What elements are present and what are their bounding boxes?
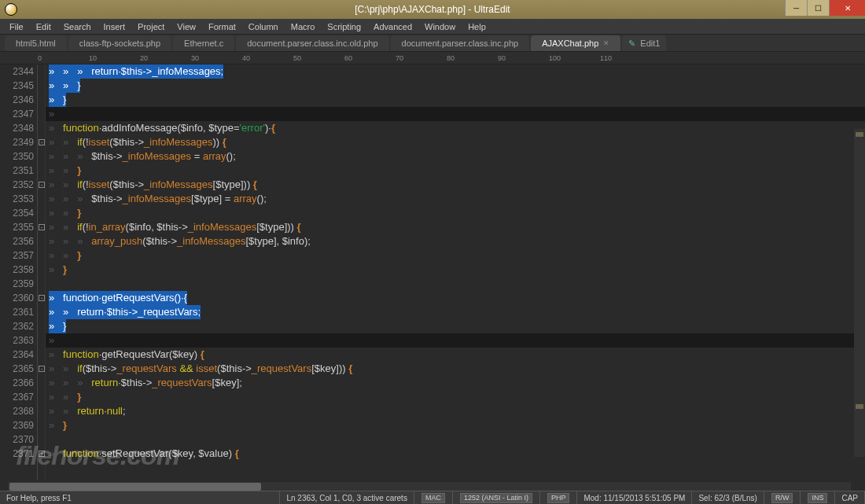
code-line[interactable] [46,432,865,447]
code-line[interactable]: » } [46,93,865,107]
code-line[interactable]: » » » $this->_infoMessages = array(); [46,149,865,164]
code-line[interactable]: » » » $this->_infoMessages[$type] = arra… [46,192,865,206]
code-line[interactable] [46,277,865,291]
code-line[interactable]: » » } [46,164,865,178]
fold-toggle[interactable]: - [39,224,45,230]
code-line[interactable]: » function·addInfoMessage($info, $type='… [46,121,865,135]
fold-toggle[interactable]: - [39,366,45,372]
menu-format[interactable]: Format [202,20,242,33]
close-button[interactable]: ✕ [829,0,865,16]
status-modified: Mod: 11/15/2013 5:51:05 PM [577,491,692,504]
code-line[interactable]: » } [46,418,865,432]
status-lang[interactable]: PHP [540,491,578,504]
menu-scripting[interactable]: Scripting [321,20,367,33]
code-line[interactable]: » » if(!isset($this->_infoMessages)) { [46,135,865,149]
status-codepage[interactable]: 1252 (ANSI - Latin I) [453,491,540,504]
code-line[interactable]: » » } [46,79,865,93]
status-position: Ln 2363, Col 1, C0, 3 active carets [280,491,414,504]
code-line[interactable]: » » return·null; [46,404,865,418]
title-bar: [C:\prj\php\AJAXChat.php] - UltraEdit ─ … [0,0,865,19]
fold-column[interactable]: -----+ [38,64,46,480]
fold-toggle[interactable]: - [39,182,45,188]
code-line[interactable]: » » if($this->_requestVars && isset($thi… [46,362,865,376]
status-cap: CAP [835,491,865,504]
code-line[interactable]: » function·getRequestVars()·{ [46,291,865,305]
status-rw[interactable]: R/W [764,491,801,504]
scrollbar-thumb[interactable] [9,483,261,491]
code-line[interactable]: » } [46,263,865,277]
menu-help[interactable]: Help [462,20,492,33]
tab-new[interactable]: ✎ Edit1 [622,35,666,51]
code-area[interactable]: » » » return·$this->_infoMessages;» » }»… [46,64,865,480]
code-line[interactable]: » » » return·$this->_requestVars[$key]; [46,376,865,390]
minimap-marker [856,132,863,137]
status-ins[interactable]: INS [801,491,835,504]
code-line[interactable]: » » if(!in_array($info, $this->_infoMess… [46,220,865,234]
status-help: For Help, press F1 [0,491,280,504]
menu-advanced[interactable]: Advanced [367,20,418,33]
menu-file[interactable]: File [3,20,30,33]
tab-ajaxchat[interactable]: AJAXChat.php✕ [531,35,620,51]
code-line[interactable]: » [46,333,865,348]
editor[interactable]: 2344234523462347234823492350235123522353… [0,64,865,480]
tab-bar: html5.html class-ftp-sockets.php Etherne… [0,35,865,52]
menu-column[interactable]: Column [242,20,285,33]
window-title: [C:\prj\php\AJAXChat.php] - UltraEdit [355,4,510,15]
code-line[interactable]: » » » return·$this->_infoMessages; [46,64,865,79]
menu-edit[interactable]: Edit [30,20,57,33]
code-line[interactable]: » } [46,319,865,333]
tab-close-icon[interactable]: ✕ [603,39,609,47]
code-line[interactable]: » » } [46,390,865,404]
ruler: 0102030405060708090100110 [0,52,865,64]
menu-bar: File Edit Search Insert Project View For… [0,19,865,35]
line-gutter: 2344234523462347234823492350235123522353… [0,64,38,480]
fold-toggle[interactable]: + [39,451,45,457]
menu-insert[interactable]: Insert [98,20,132,33]
tab-docparser-old[interactable]: document.parser.class.inc.old.php [236,35,388,51]
vertical-scrollbar[interactable] [854,129,865,457]
fold-toggle[interactable]: - [39,139,45,145]
code-line[interactable]: » » » array_push($this->_infoMessages[$t… [46,234,865,248]
tab-class-ftp-sockets[interactable]: class-ftp-sockets.php [68,35,171,51]
menu-macro[interactable]: Macro [285,20,322,33]
minimap-marker [856,404,863,409]
maximize-button[interactable]: ☐ [807,0,829,16]
tab-html5[interactable]: html5.html [5,35,67,51]
code-line[interactable]: » » return·$this->_requestVars; [46,305,865,319]
code-line[interactable]: » function·getRequestVar($key) { [46,348,865,362]
menu-window[interactable]: Window [418,20,462,33]
code-line[interactable]: » » if(!isset($this->_infoMessages[$type… [46,178,865,192]
code-line[interactable]: » [46,107,865,121]
code-line[interactable]: » » } [46,206,865,220]
status-bar: For Help, press F1 Ln 2363, Col 1, C0, 3… [0,491,865,504]
status-eol[interactable]: MAC [414,491,453,504]
menu-project[interactable]: Project [131,20,171,33]
menu-view[interactable]: View [171,20,202,33]
tab-docparser[interactable]: document.parser.class.inc.php [391,35,530,51]
status-selection: Sel: 62/3 (B/Lns) [692,491,764,504]
minimize-button[interactable]: ─ [785,0,807,16]
tab-ethernet[interactable]: Ethernet.c [173,35,234,51]
fold-toggle[interactable]: - [39,295,45,301]
app-icon [5,3,17,16]
code-line[interactable]: » » } [46,248,865,263]
menu-search[interactable]: Search [57,20,98,33]
code-line[interactable]: » function·setRequestVar($key, $value) { [46,447,865,461]
